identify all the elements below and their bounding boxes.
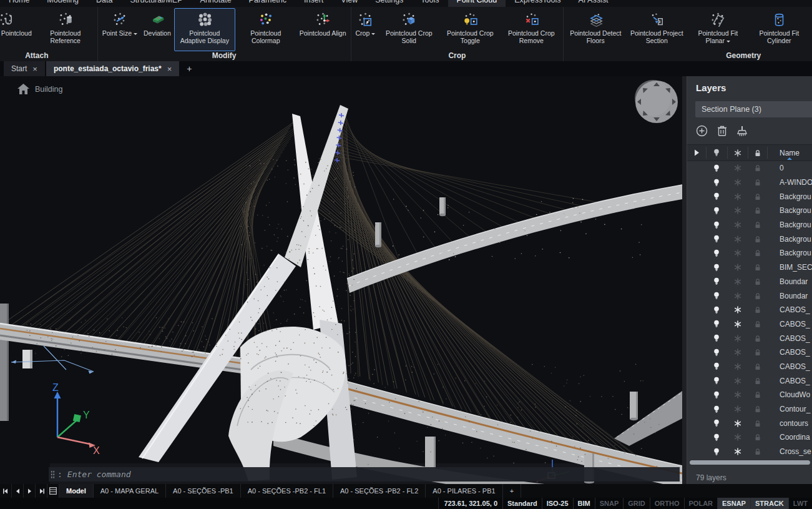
menu-item-ai-assist[interactable]: AI Assist xyxy=(570,0,617,7)
layer-row-coordina-19[interactable]: Coordina xyxy=(687,430,812,445)
layer-row-boundar-9[interactable]: Boundar xyxy=(687,289,812,303)
layer-row-0-0[interactable]: 0 xyxy=(687,161,812,175)
layout-tab-a0-se-es-pb2-fl2[interactable]: A0 - SEÇÕES -PB2 - FL2 xyxy=(333,484,426,498)
layers-table-header[interactable]: Name xyxy=(687,144,812,161)
menu-item-view[interactable]: View xyxy=(332,0,366,7)
layer-freeze-toggle[interactable] xyxy=(727,433,748,441)
status-toggle-snap[interactable]: SNAP xyxy=(595,498,624,509)
layer-freeze-toggle[interactable] xyxy=(727,391,748,398)
layer-lock-toggle[interactable] xyxy=(748,278,767,285)
layer-lock-toggle[interactable] xyxy=(748,335,767,342)
layer-row-cabos-11[interactable]: CABOS_ xyxy=(687,317,812,332)
command-input[interactable]: Enter command xyxy=(67,470,131,479)
ribbon-button-pointcloud-adaptive-display[interactable]: Pointcloud Adaptive Display xyxy=(174,8,235,51)
layer-lock-toggle[interactable] xyxy=(748,193,767,200)
ribbon-button-pointcloud-reference[interactable]: Pointcloud Reference xyxy=(35,8,96,51)
layer-on-toggle[interactable] xyxy=(706,292,727,300)
layer-row-cloudwo-16[interactable]: CloudWo xyxy=(687,388,812,402)
layout-tab-a0-se-es-pb1[interactable]: A0 - SEÇÕES -PB1 xyxy=(166,484,241,498)
layer-on-toggle[interactable] xyxy=(706,235,727,243)
layer-lock-toggle[interactable] xyxy=(748,363,767,370)
layer-row-backgrou-4[interactable]: Backgrou xyxy=(687,218,812,232)
layer-freeze-toggle[interactable] xyxy=(727,405,748,413)
add-layer-icon[interactable] xyxy=(696,125,708,137)
layer-on-toggle[interactable] xyxy=(706,179,727,187)
layer-lock-toggle[interactable] xyxy=(748,391,767,398)
layer-row-backgrou-6[interactable]: Backgrou xyxy=(687,246,812,260)
layer-on-toggle[interactable] xyxy=(706,306,727,314)
previous-layout-icon[interactable] xyxy=(12,484,24,498)
ribbon-button-fit-line[interactable]: Fit Line xyxy=(810,8,812,51)
menu-item-tools[interactable]: Tools xyxy=(412,0,448,7)
viewport-3d-canvas[interactable]: Z Y X xyxy=(0,76,682,484)
layer-on-toggle[interactable] xyxy=(706,164,727,172)
layer-freeze-toggle[interactable] xyxy=(727,164,748,172)
expand-arrow-icon[interactable] xyxy=(687,149,706,156)
layer-freeze-toggle[interactable] xyxy=(727,320,748,328)
layer-freeze-toggle[interactable] xyxy=(727,264,748,271)
layout-tab-model[interactable]: Model xyxy=(59,484,94,498)
last-layout-icon[interactable] xyxy=(36,484,47,498)
ribbon-button-pointcloud-fit-planar[interactable]: Pointcloud Fit Planar xyxy=(687,8,748,51)
ribbon-button-pointcloud-crop-solid[interactable]: Pointcloud Crop Solid xyxy=(378,8,439,51)
ribbon-button-crop[interactable]: Crop xyxy=(353,8,379,51)
close-tab-icon[interactable]: × xyxy=(32,64,37,74)
document-tab-ponte-estaiada-octavio-frias[interactable]: ponte_estaiada_octavio_frias*× xyxy=(46,61,179,76)
ribbon-button-pointcloud-colormap[interactable]: Pointcloud Colormap xyxy=(235,8,296,51)
ribbon-button-deviation[interactable]: Deviation xyxy=(140,8,174,51)
layer-row-bim-sec-7[interactable]: BIM_SEC xyxy=(687,260,812,275)
layer-lock-toggle[interactable] xyxy=(748,221,767,229)
new-layout-tab-button[interactable]: + xyxy=(503,484,521,498)
layer-row-backgrou-3[interactable]: Backgrou xyxy=(687,204,812,218)
layer-lock-toggle[interactable] xyxy=(748,292,767,300)
layer-row-cabos-14[interactable]: CABOS_ xyxy=(687,360,812,374)
command-bar[interactable]: : Enter command xyxy=(49,467,680,482)
layer-on-toggle[interactable] xyxy=(706,448,727,456)
layers-filter-dropdown[interactable]: Section Plane (3) xyxy=(695,101,812,117)
purge-icon[interactable] xyxy=(736,125,748,137)
layer-lock-toggle[interactable] xyxy=(748,306,767,314)
layer-freeze-toggle[interactable] xyxy=(727,249,748,257)
layer-on-toggle[interactable] xyxy=(706,207,727,215)
layer-lock-toggle[interactable] xyxy=(748,264,767,271)
menu-item-expresstools[interactable]: ExpressTools xyxy=(506,0,569,7)
layer-row-backgrou-2[interactable]: Backgrou xyxy=(687,189,812,204)
layer-lock-toggle[interactable] xyxy=(748,235,767,243)
menu-item-modeling[interactable]: Modeling xyxy=(38,0,87,7)
layer-freeze-toggle[interactable] xyxy=(727,348,748,356)
snowflake-column-icon[interactable] xyxy=(727,149,748,157)
status-toggle-polar[interactable]: POLAR xyxy=(684,498,718,509)
layer-on-toggle[interactable] xyxy=(706,192,727,200)
status-toggle-strack[interactable]: STRACK xyxy=(750,498,788,509)
menu-item-point-cloud[interactable]: Point Cloud xyxy=(448,0,506,7)
layer-freeze-toggle[interactable] xyxy=(727,448,748,455)
layer-freeze-toggle[interactable] xyxy=(727,292,748,300)
ribbon-button-pointcloud-crop-toggle[interactable]: Pointcloud Crop Toggle xyxy=(439,8,501,51)
layer-lock-toggle[interactable] xyxy=(748,420,767,427)
layer-on-toggle[interactable] xyxy=(706,391,727,399)
menu-item-parametric[interactable]: Parametric xyxy=(240,0,295,7)
layer-on-toggle[interactable] xyxy=(706,334,727,342)
layer-on-toggle[interactable] xyxy=(706,221,727,229)
next-layout-icon[interactable] xyxy=(24,484,36,498)
layer-lock-toggle[interactable] xyxy=(748,348,767,356)
layer-row-a-windo-1[interactable]: A-WINDO xyxy=(687,175,812,190)
status-toggle-standard[interactable]: Standard xyxy=(502,498,542,509)
layer-freeze-toggle[interactable] xyxy=(727,363,748,370)
first-layout-icon[interactable] xyxy=(0,484,12,498)
ribbon-button-point-size[interactable]: Point Size xyxy=(99,8,140,51)
menu-item-insert[interactable]: Insert xyxy=(295,0,332,7)
layer-lock-toggle[interactable] xyxy=(748,405,767,413)
layer-on-toggle[interactable] xyxy=(706,320,727,328)
layer-on-toggle[interactable] xyxy=(706,433,727,442)
ribbon-button-pointcloud-crop-remove[interactable]: Pointcloud Crop Remove xyxy=(501,8,562,51)
layer-on-toggle[interactable] xyxy=(706,362,727,370)
layer-row-cross-se-20[interactable]: Cross_se xyxy=(687,445,812,459)
layer-freeze-toggle[interactable] xyxy=(727,306,748,314)
menu-item-annotate[interactable]: Annotate xyxy=(192,0,240,7)
ribbon-button-attach-pointcloud[interactable]: Attach Pointcloud xyxy=(0,8,35,51)
layer-row-cabos-13[interactable]: CABOS_ xyxy=(687,345,812,360)
layer-on-toggle[interactable] xyxy=(706,405,727,413)
status-toggle-ortho[interactable]: ORTHO xyxy=(650,498,684,509)
layer-row-cabos-12[interactable]: CABOS_ xyxy=(687,331,812,345)
